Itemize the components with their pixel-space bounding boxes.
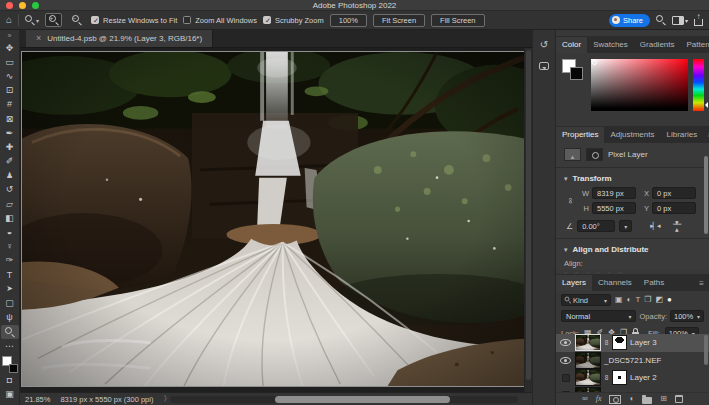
background-color-swatch[interactable]	[9, 364, 18, 373]
lasso-tool[interactable]: ∿	[1, 69, 19, 83]
canvas[interactable]	[20, 48, 532, 392]
horizontal-scrollbar-thumb[interactable]	[275, 396, 450, 403]
move-tool[interactable]: ✥	[1, 41, 19, 55]
zoom-tool[interactable]	[1, 325, 19, 339]
tab-color[interactable]: Color	[556, 37, 587, 53]
canvas-horizontal-scrollbar[interactable]	[170, 396, 518, 403]
layer-thumbnail[interactable]	[576, 353, 600, 368]
layers-scrollbar-thumb[interactable]	[704, 335, 708, 365]
filter-group-icon[interactable]: ❐	[644, 296, 651, 304]
home-icon[interactable]: ⌂	[6, 15, 12, 25]
type-tool[interactable]: T	[1, 268, 19, 282]
filter-kind-dropdown[interactable]: Kind ▾	[561, 294, 611, 306]
resize-windows-checkbox[interactable]	[91, 16, 99, 24]
layer-style-icon[interactable]: fx	[596, 395, 602, 403]
resize-windows-checkbox-row[interactable]: Resize Windows to Fit	[91, 16, 177, 25]
filter-smart-object-icon[interactable]: ◩	[655, 296, 663, 304]
layer-name[interactable]: Layer 2	[630, 373, 657, 382]
panel-menu-icon[interactable]: ≡	[694, 279, 709, 291]
align-section-header[interactable]: ▾ Align and Distribute	[556, 241, 709, 257]
quick-mask-button[interactable]: ◘	[1, 373, 19, 387]
hue-slider-marker[interactable]	[702, 102, 708, 108]
layer-name[interactable]: Layer 3	[630, 338, 657, 347]
vertical-scrollbar-thumb[interactable]	[526, 50, 531, 380]
crop-tool[interactable]: #	[1, 98, 19, 112]
filter-adjustment-icon[interactable]: ◐	[627, 296, 632, 304]
zoom-out-button[interactable]: −	[68, 13, 85, 27]
tab-properties[interactable]: Properties	[556, 127, 604, 143]
layer-mask-thumbnail[interactable]	[613, 371, 626, 384]
eyedropper-tool[interactable]: ✒	[1, 126, 19, 140]
tab-gradients[interactable]: Gradients	[634, 37, 681, 53]
tab-channels[interactable]: Channels	[592, 275, 638, 291]
zoom-all-windows-checkbox-row[interactable]: Zoom All Windows	[183, 16, 257, 25]
delete-layer-icon[interactable]	[675, 395, 683, 403]
layer-row[interactable]: 8 Layer 3	[556, 334, 709, 352]
eraser-tool[interactable]: ▱	[1, 197, 19, 211]
layer-thumbnail[interactable]	[576, 370, 600, 385]
tab-patterns[interactable]: Patterns	[681, 37, 709, 53]
foreground-background-swatches[interactable]	[2, 356, 18, 373]
visibility-eye-icon[interactable]	[560, 339, 571, 346]
clone-stamp-tool[interactable]: ♟	[1, 169, 19, 183]
layer-row[interactable]: _DSC5721.NEF	[556, 352, 709, 370]
panel-menu-icon[interactable]: ≡	[703, 131, 709, 143]
object-selection-tool[interactable]: ⊡	[1, 84, 19, 98]
x-field[interactable]: 0 px	[652, 187, 696, 199]
transform-section-header[interactable]: ▾ Transform	[556, 170, 709, 186]
zoom-all-windows-checkbox[interactable]	[183, 16, 191, 24]
color-picker-marker[interactable]	[592, 60, 597, 65]
flip-vertical-button[interactable]: ▸▏◂	[672, 221, 680, 230]
screen-mode-button[interactable]: ▣	[1, 387, 19, 401]
hand-tool[interactable]: ψ	[1, 311, 19, 325]
height-field[interactable]: 5550 px	[592, 202, 636, 214]
healing-brush-tool[interactable]: ✚	[1, 140, 19, 154]
properties-scrollbar-thumb[interactable]	[704, 156, 708, 234]
link-layers-icon[interactable]: ∞	[582, 395, 588, 403]
brush-tool[interactable]: ✐	[1, 155, 19, 169]
width-field[interactable]: 8319 px	[592, 187, 636, 199]
status-zoom-level[interactable]: 21.85%	[25, 395, 50, 404]
flip-horizontal-button[interactable]: ▸▏◂	[650, 222, 659, 230]
blur-tool[interactable]: ◒	[1, 225, 19, 239]
layer-thumbnail[interactable]	[576, 335, 600, 350]
y-field[interactable]: 0 px	[652, 202, 696, 214]
history-brush-tool[interactable]: ↺	[1, 183, 19, 197]
filter-image-icon[interactable]: ▣	[615, 296, 623, 304]
adjustment-layer-icon[interactable]: ◐	[629, 395, 634, 403]
scrubby-zoom-checkbox[interactable]	[263, 16, 271, 24]
saturation-brightness-field[interactable]	[591, 59, 688, 111]
rotation-dropdown[interactable]: ▾	[619, 220, 632, 232]
edit-toolbar-button[interactable]: ⋯	[1, 339, 19, 353]
tab-libraries[interactable]: Libraries	[661, 127, 704, 143]
zoom-100-button[interactable]: 100%	[330, 14, 367, 27]
path-selection-tool[interactable]: ➤	[1, 282, 19, 296]
filter-type-icon[interactable]: T	[635, 296, 640, 304]
dodge-tool[interactable]: ♀	[1, 240, 19, 254]
zoom-in-button[interactable]: +	[45, 13, 62, 27]
waterfall-photo[interactable]	[22, 52, 524, 386]
export-icon[interactable]	[694, 19, 703, 26]
background-color[interactable]	[570, 67, 583, 80]
pen-tool[interactable]: ✑	[1, 254, 19, 268]
hue-slider[interactable]	[693, 59, 704, 111]
blend-mode-dropdown[interactable]: Normal ▾	[561, 310, 636, 322]
link-dimensions-toggle[interactable]: ∞	[564, 196, 578, 205]
tab-adjustments[interactable]: Adjustments	[604, 127, 660, 143]
new-layer-icon[interactable]: ⊞	[660, 395, 667, 403]
layer-name[interactable]: _DSC5721.NEF	[604, 356, 661, 365]
comments-panel-icon[interactable]	[539, 62, 549, 70]
close-tab-icon[interactable]: ×	[36, 34, 41, 43]
fit-screen-button[interactable]: Fit Screen	[373, 14, 425, 27]
zoom-tool-preset[interactable]: ▾	[25, 15, 39, 25]
new-group-icon[interactable]	[642, 397, 652, 404]
marquee-tool[interactable]: ▭	[1, 55, 19, 69]
canvas-vertical-scrollbar[interactable]	[524, 48, 532, 392]
scrubby-zoom-checkbox-row[interactable]: Scrubby Zoom	[263, 16, 324, 25]
share-button[interactable]: Share	[609, 14, 650, 27]
opacity-dropdown[interactable]: 100% ▾	[670, 310, 704, 322]
layer-mask-thumbnail[interactable]	[613, 336, 626, 349]
history-panel-icon[interactable]: ↺	[540, 40, 548, 50]
fill-screen-button[interactable]: Fill Screen	[431, 14, 484, 27]
document-tab[interactable]: × Untitled-4.psb @ 21.9% (Layer 3, RGB/1…	[26, 30, 213, 47]
